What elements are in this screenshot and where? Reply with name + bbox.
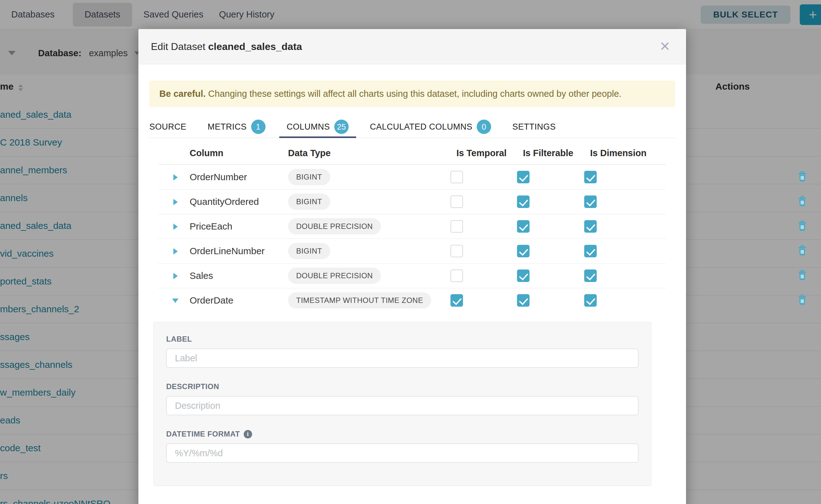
column-row-orderdate: OrderDateTIMESTAMP WITHOUT TIME ZONE <box>159 288 666 313</box>
column-name: OrderLineNumber <box>190 246 264 256</box>
tab-count-badge: 0 <box>477 120 491 134</box>
column-row-sales: SalesDOUBLE PRECISION <box>159 264 666 288</box>
header-data-type: Data Type <box>288 148 330 158</box>
modal-header: Edit Dataset cleaned_sales_data ✕ <box>138 29 686 64</box>
modal-title: Edit Dataset cleaned_sales_data <box>151 41 302 52</box>
modal-body: Be careful. Changing these settings will… <box>138 64 686 486</box>
tab-count-badge: 25 <box>334 120 349 134</box>
tab-label: METRICS <box>208 122 247 132</box>
warning-banner: Be careful. Changing these settings will… <box>149 81 675 107</box>
is-temporal-checkbox[interactable] <box>451 269 463 282</box>
tab-source[interactable]: SOURCE <box>149 116 197 138</box>
header-is-filterable: Is Filterable <box>523 148 573 158</box>
datetime-format-input[interactable] <box>166 443 639 463</box>
info-icon[interactable]: i <box>244 430 252 438</box>
column-name: PriceEach <box>190 221 232 232</box>
tab-settings[interactable]: SETTINGS <box>502 116 566 138</box>
header-is-temporal: Is Temporal <box>457 148 507 158</box>
delete-column-trash-icon[interactable] <box>798 220 807 231</box>
is-filterable-checkbox-checked[interactable] <box>517 171 530 183</box>
column-detail-panel: LABEL DESCRIPTION DATETIME FORMATi <box>153 322 651 486</box>
close-icon[interactable]: ✕ <box>656 39 674 54</box>
tab-columns[interactable]: COLUMNS25 <box>276 116 359 138</box>
expand-caret-icon[interactable] <box>173 273 178 279</box>
is-filterable-checkbox-checked[interactable] <box>517 220 530 233</box>
data-type-pill: BIGINT <box>288 243 330 259</box>
is-temporal-checkbox[interactable] <box>451 245 463 257</box>
delete-column-trash-icon[interactable] <box>798 270 807 280</box>
column-row-orderlinenumber: OrderLineNumberBIGINT <box>159 239 666 264</box>
delete-column-trash-icon[interactable] <box>798 245 807 256</box>
is-temporal-checkbox[interactable] <box>451 195 463 208</box>
expand-caret-icon[interactable] <box>173 248 178 254</box>
column-row-priceeach: PriceEachDOUBLE PRECISION <box>159 214 666 239</box>
screen: DatabasesDatasetsSaved QueriesQuery Hist… <box>0 0 821 504</box>
tab-label: CALCULATED COLUMNS <box>370 122 472 132</box>
data-type-pill: DOUBLE PRECISION <box>288 268 381 284</box>
data-type-pill: BIGINT <box>288 169 330 185</box>
is-temporal-checkbox[interactable] <box>451 171 463 183</box>
column-name: OrderDate <box>190 295 233 306</box>
columns-table-header: Column Data Type Is Temporal Is Filterab… <box>159 141 666 165</box>
is-temporal-checkbox[interactable] <box>451 220 463 233</box>
data-type-pill: TIMESTAMP WITHOUT TIME ZONE <box>288 292 431 309</box>
is-filterable-checkbox-checked[interactable] <box>517 245 530 257</box>
tab-calculated-columns[interactable]: CALCULATED COLUMNS0 <box>359 116 502 138</box>
is-filterable-checkbox-checked[interactable] <box>517 294 530 307</box>
is-filterable-checkbox-checked[interactable] <box>517 269 530 282</box>
column-name: Sales <box>190 270 213 281</box>
tab-label: COLUMNS <box>287 122 330 132</box>
column-row-quantityordered: QuantityOrderedBIGINT <box>159 190 666 214</box>
is-filterable-checkbox-checked[interactable] <box>517 195 530 208</box>
modal-title-dataset-name: cleaned_sales_data <box>208 41 302 52</box>
tab-metrics[interactable]: METRICS1 <box>197 116 276 138</box>
header-column: Column <box>190 148 223 158</box>
is-temporal-checkbox-checked[interactable] <box>451 294 463 307</box>
delete-column-trash-icon[interactable] <box>798 294 807 305</box>
label-input[interactable] <box>166 348 639 368</box>
description-input[interactable] <box>166 396 639 415</box>
edit-dataset-modal: Edit Dataset cleaned_sales_data ✕ Be car… <box>138 29 686 504</box>
label-field-label: LABEL <box>166 335 639 343</box>
tab-label: SOURCE <box>149 122 186 132</box>
warning-banner-text: Changing these settings will affect all … <box>205 89 621 99</box>
data-type-pill: BIGINT <box>288 194 330 210</box>
is-dimension-checkbox-checked[interactable] <box>584 245 597 257</box>
modal-tabs: SOURCEMETRICS1COLUMNS25CALCULATED COLUMN… <box>149 116 675 138</box>
column-row-ordernumber: OrderNumberBIGINT <box>159 165 666 190</box>
data-type-pill: DOUBLE PRECISION <box>288 218 381 235</box>
delete-column-trash-icon[interactable] <box>798 196 807 206</box>
description-field-label: DESCRIPTION <box>166 382 639 391</box>
header-is-dimension: Is Dimension <box>590 148 647 158</box>
tab-label: SETTINGS <box>512 122 556 132</box>
datetime-format-label-text: DATETIME FORMAT <box>166 430 240 438</box>
is-dimension-checkbox-checked[interactable] <box>584 195 597 208</box>
datetime-format-field-label: DATETIME FORMATi <box>166 430 639 438</box>
is-dimension-checkbox-checked[interactable] <box>584 269 597 282</box>
expand-caret-icon[interactable] <box>173 174 178 180</box>
column-name: OrderNumber <box>190 172 247 182</box>
column-name: QuantityOrdered <box>190 196 259 207</box>
warning-banner-bold: Be careful. <box>159 89 205 99</box>
expand-caret-icon[interactable] <box>173 199 178 205</box>
is-dimension-checkbox-checked[interactable] <box>584 171 597 183</box>
collapse-caret-icon[interactable] <box>172 299 178 303</box>
tab-count-badge: 1 <box>251 120 265 134</box>
delete-column-trash-icon[interactable] <box>798 171 807 182</box>
expand-caret-icon[interactable] <box>173 224 178 230</box>
is-dimension-checkbox-checked[interactable] <box>584 220 597 233</box>
is-dimension-checkbox-checked[interactable] <box>584 294 597 307</box>
columns-table: Column Data Type Is Temporal Is Filterab… <box>149 141 675 313</box>
